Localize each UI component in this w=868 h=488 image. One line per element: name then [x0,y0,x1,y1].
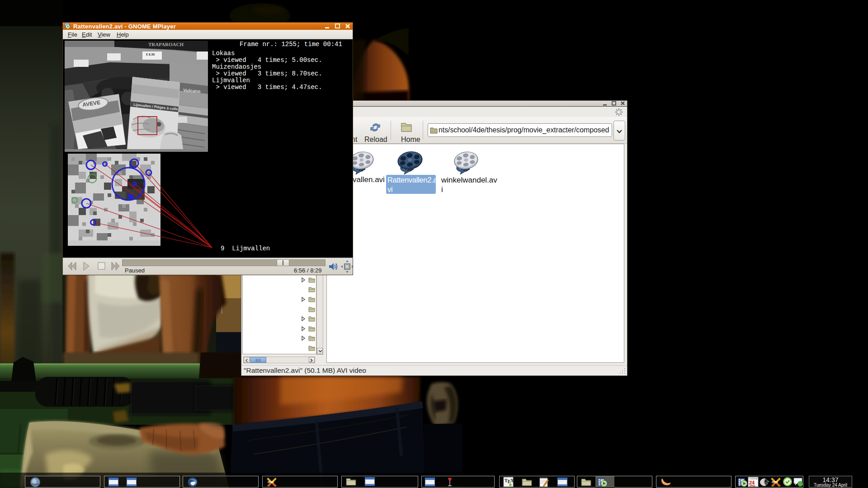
svg-text:APRIL: APRIL [750,485,756,487]
